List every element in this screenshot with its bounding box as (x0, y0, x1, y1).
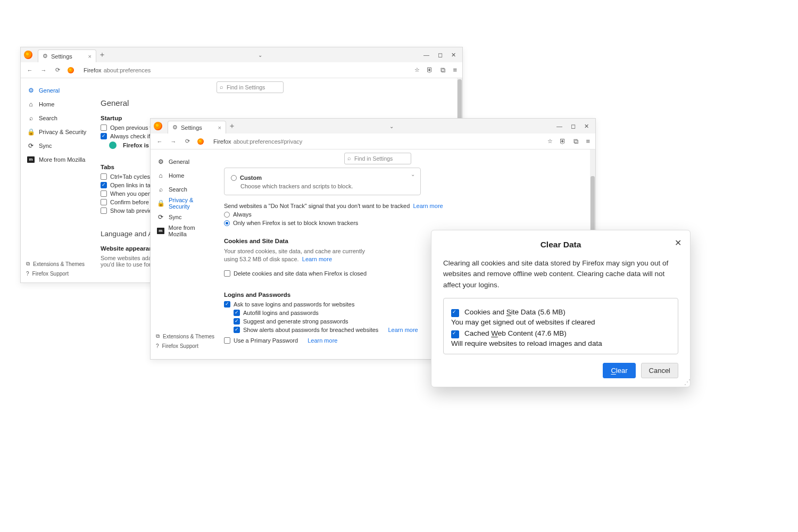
minimize-icon[interactable]: — (423, 52, 429, 59)
puzzle-icon: ⧉ (156, 333, 160, 339)
dnt-learn-more-link[interactable]: Learn more (413, 203, 443, 209)
checkbox-icon (234, 327, 240, 333)
resize-handle-icon[interactable]: ⋰ (684, 378, 689, 386)
shield-icon[interactable]: ⛨ (426, 66, 433, 74)
gear-icon: ⚙ (27, 87, 35, 94)
checkbox-icon (224, 301, 230, 307)
sidebar-item-sync[interactable]: ⟳Sync (26, 139, 90, 153)
menu-icon[interactable]: ≡ (586, 137, 590, 146)
gear-icon: ⚙ (43, 53, 48, 60)
browser-tab[interactable]: ⚙ Settings × (168, 121, 226, 134)
info-icon (109, 142, 117, 149)
sidebar-item-general[interactable]: ⚙General (156, 155, 213, 169)
dialog-options: Cookies and Site Data (5.6 MB) You may g… (443, 298, 678, 354)
sidebar-item-privacy[interactable]: 🔒Privacy & Security (156, 196, 213, 210)
checkbox-icon (101, 133, 107, 139)
reload-icon[interactable]: ⟳ (184, 138, 191, 145)
close-dialog-icon[interactable]: ✕ (675, 238, 681, 248)
browser-tab[interactable]: ⚙ Settings × (38, 49, 96, 62)
bookmark-icon[interactable]: ☆ (414, 66, 420, 73)
dialog-title: Clear Data (443, 240, 678, 250)
clear-data-dialog: ✕ Clear Data Clearing all cookies and si… (431, 230, 691, 387)
checkbox-icon (101, 124, 107, 131)
cached-content-checkbox[interactable]: Cached Web Content (47.6 MB) (451, 329, 670, 338)
mozilla-icon: m (157, 228, 164, 234)
sidebar-item-search[interactable]: ⌕Search (156, 182, 213, 196)
tabs-dropdown-icon[interactable]: ⌄ (389, 123, 394, 129)
close-tab-icon[interactable]: × (88, 53, 92, 60)
extensions-icon[interactable]: ⧉ (440, 66, 445, 74)
page-heading: General (101, 98, 452, 107)
dnt-text: Send websites a "Do Not Track" signal th… (224, 203, 585, 209)
lock-icon: 🔒 (157, 200, 164, 207)
tabs-dropdown-icon[interactable]: ⌄ (258, 52, 262, 58)
address-field[interactable]: Firefox about:preferences#privacy (197, 138, 541, 145)
extensions-themes-link[interactable]: ⧉Extensions & Themes (26, 259, 85, 269)
close-window-icon[interactable]: ✕ (584, 123, 589, 130)
close-window-icon[interactable]: ✕ (451, 52, 456, 59)
checkbox-icon (224, 270, 230, 277)
opt2-sub: Will require websites to reload images a… (451, 339, 602, 347)
back-icon[interactable]: ← (26, 67, 34, 73)
sidebar-item-home[interactable]: ⌂Home (26, 97, 90, 111)
firefox-support-link[interactable]: ?Firefox Support (26, 269, 85, 278)
shield-icon[interactable]: ⛨ (559, 137, 566, 146)
forward-icon[interactable]: → (40, 67, 47, 73)
search-icon: ⌕ (27, 114, 35, 122)
cookies-site-data-checkbox[interactable]: Cookies and Site Data (5.6 MB) (451, 308, 670, 317)
checkbox-icon (234, 310, 240, 316)
sidebar-item-privacy[interactable]: 🔒Privacy & Security (26, 125, 90, 139)
sidebar-item-search[interactable]: ⌕Search (26, 111, 90, 125)
sidebar-item-more[interactable]: mMore from Mozilla (26, 153, 90, 167)
dnt-only-blocking-radio[interactable]: Only when Firefox is set to block known … (224, 220, 585, 226)
close-tab-icon[interactable]: × (218, 124, 221, 131)
firefox-logo-icon (154, 122, 162, 130)
sync-icon: ⟳ (27, 142, 35, 149)
find-in-settings-input[interactable]: Find in Settings (344, 153, 411, 164)
checkbox-icon (224, 337, 230, 344)
extensions-themes-link[interactable]: ⧉Extensions & Themes (156, 331, 214, 341)
cookies-desc: Your stored cookies, site data, and cach… (224, 247, 373, 264)
tab-title: Settings (51, 53, 72, 60)
cookies-learn-more-link[interactable]: Learn more (302, 256, 332, 262)
primary-pw-learn-more-link[interactable]: Learn more (307, 337, 337, 344)
radio-icon (224, 212, 230, 218)
lock-icon: 🔒 (27, 128, 35, 136)
maximize-icon[interactable]: ◻ (571, 123, 576, 130)
tracking-custom-card[interactable]: ⌄ Custom Choose which trackers and scrip… (224, 168, 421, 195)
extensions-icon[interactable]: ⧉ (573, 137, 578, 146)
radio-icon (224, 220, 230, 226)
sidebar-item-home[interactable]: ⌂Home (156, 169, 213, 182)
address-field[interactable]: Firefox about:preferences (68, 67, 408, 73)
checkbox-icon (101, 190, 107, 197)
clear-button[interactable]: Clear (603, 363, 635, 378)
cancel-button[interactable]: Cancel (641, 363, 678, 378)
scrollbar-thumb[interactable] (591, 176, 595, 235)
reload-icon[interactable]: ⟳ (54, 66, 61, 73)
dnt-always-radio[interactable]: Always (224, 211, 585, 218)
url-bar: ← → ⟳ Firefox about:preferences ☆ ⛨ ⧉ ≡ (21, 62, 462, 78)
bookmark-icon[interactable]: ☆ (547, 138, 553, 145)
back-icon[interactable]: ← (156, 138, 163, 145)
find-in-settings-input[interactable]: Find in Settings (217, 81, 284, 93)
minimize-icon[interactable]: — (556, 123, 562, 130)
custom-desc: Choose which trackers and scripts to blo… (240, 183, 414, 189)
opt2-title: Cached Web Content (47.6 MB) (464, 329, 567, 337)
tab-title: Settings (181, 124, 202, 131)
sidebar-item-more[interactable]: mMore from Mozilla (156, 224, 213, 238)
breach-learn-more-link[interactable]: Learn more (388, 327, 418, 333)
settings-sidebar: ⚙General ⌂Home ⌕Search 🔒Privacy & Securi… (21, 78, 90, 284)
maximize-icon[interactable]: ◻ (438, 52, 443, 59)
url-text: about:preferences#privacy (234, 138, 303, 145)
sidebar-item-sync[interactable]: ⟳Sync (156, 210, 213, 224)
firefox-support-link[interactable]: ?Firefox Support (156, 341, 214, 351)
tabstrip: ⚙ Settings × ＋ ⌄ — ◻ ✕ (21, 47, 462, 62)
new-tab-button[interactable]: ＋ (96, 50, 108, 60)
checkbox-icon (451, 330, 459, 338)
sidebar-item-general[interactable]: ⚙General (26, 84, 90, 97)
firefox-favicon-icon (197, 138, 204, 145)
menu-icon[interactable]: ≡ (453, 66, 457, 74)
help-icon: ? (26, 271, 29, 277)
new-tab-button[interactable]: ＋ (226, 121, 238, 131)
forward-icon[interactable]: → (170, 138, 177, 145)
